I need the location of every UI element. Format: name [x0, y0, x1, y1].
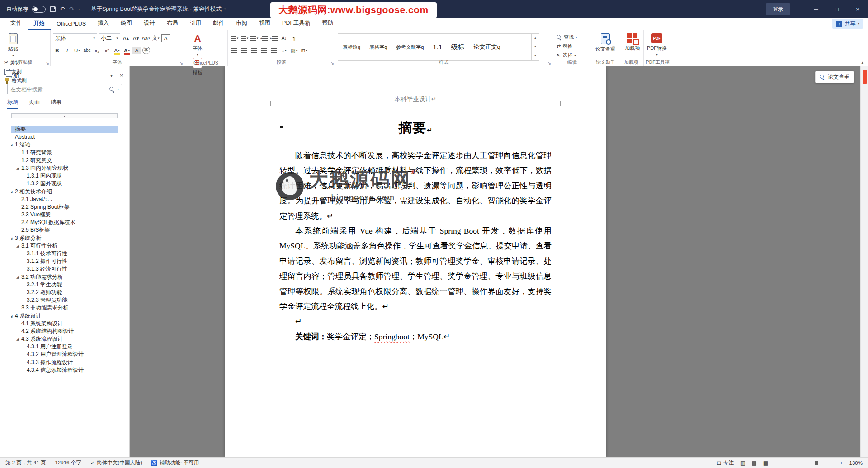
italic-button[interactable]: I: [63, 46, 71, 55]
nav-outline-item[interactable]: 摘要: [11, 126, 118, 133]
nav-outline-item[interactable]: 4.2 系统结构构图设计: [11, 328, 118, 335]
style-item[interactable]: 表格字q: [365, 34, 392, 60]
focus-mode-button[interactable]: ⊡ 专注: [717, 459, 734, 466]
ribbon-tab-绘图[interactable]: 绘图: [115, 19, 138, 30]
redo-icon[interactable]: ↷: [69, 6, 75, 12]
line-spacing-button[interactable]: ↕ ▾: [280, 46, 288, 55]
accessibility-status[interactable]: ♿ 辅助功能: 不可用: [151, 459, 199, 466]
ribbon-tab-帮助[interactable]: 帮助: [316, 19, 340, 30]
undo-icon[interactable]: ↶: [60, 6, 65, 12]
officeplus-font-button[interactable]: A 字体 ▾: [187, 32, 208, 56]
ribbon-tab-视图[interactable]: 视图: [253, 19, 276, 30]
nav-outline-item[interactable]: 3.3 非功能需求分析: [11, 304, 118, 312]
justify-button[interactable]: [260, 46, 269, 55]
increase-indent-button[interactable]: ▸: [270, 34, 278, 43]
numbered-list-button[interactable]: ▾: [240, 34, 249, 43]
language-indicator[interactable]: ✓ 简体中文(中国大陆): [90, 459, 142, 466]
read-mode-button[interactable]: ▥: [740, 460, 745, 466]
nav-outline-item[interactable]: 3.2.1 学生功能: [11, 281, 118, 289]
nav-outline-item[interactable]: 3.1.2 操作可行性: [11, 257, 118, 265]
nav-outline-item[interactable]: 2.1 Java语言: [11, 196, 118, 203]
ribbon-tab-引用[interactable]: 引用: [184, 19, 207, 30]
style-item[interactable]: 1.1 二级标: [428, 34, 469, 60]
nav-outline-item[interactable]: 4.1 系统架构设计: [11, 320, 118, 328]
nav-outline-item[interactable]: 2.2 Spring Boot框架: [11, 203, 118, 211]
ribbon-tab-插入[interactable]: 插入: [92, 19, 115, 30]
ribbon-tab-邮件[interactable]: 邮件: [207, 19, 230, 30]
ribbon-tab-文件[interactable]: 文件: [5, 19, 28, 30]
superscript-button[interactable]: x²: [103, 46, 111, 55]
nav-jump-to-top[interactable]: ▴: [11, 113, 118, 118]
nav-outline-item[interactable]: 4.3.3 操作流程设计: [11, 359, 118, 366]
thesis-check-floating-button[interactable]: 论文查重: [815, 71, 854, 83]
underline-button[interactable]: U ▾: [73, 46, 81, 55]
nav-search-box[interactable]: ▾: [7, 84, 122, 94]
sort-button[interactable]: A↓: [280, 34, 288, 43]
zoom-in-button[interactable]: +: [840, 460, 843, 466]
save-icon[interactable]: [50, 6, 56, 12]
font-size-combo[interactable]: 小二 ▾: [99, 33, 120, 43]
character-border-button[interactable]: A: [161, 34, 170, 42]
grow-font-button[interactable]: A▴: [122, 34, 130, 43]
copy-button[interactable]: 复制: [2, 67, 28, 76]
expand-triangle-icon[interactable]: ◢: [16, 273, 19, 281]
nav-tab-页面[interactable]: 页面: [29, 98, 40, 109]
nav-outline-item[interactable]: 4.3.1 用户注册登录: [11, 343, 118, 351]
nav-outline-item[interactable]: 4.3.4 信息添加流程设计: [11, 366, 118, 374]
addins-button[interactable]: 加载项: [622, 32, 643, 51]
nav-outline-item[interactable]: Abstract: [11, 133, 118, 141]
zoom-percentage[interactable]: 130%: [849, 460, 863, 466]
zoom-slider-thumb[interactable]: [815, 461, 818, 465]
character-shading-button[interactable]: A: [132, 47, 141, 54]
nav-outline-item[interactable]: ◢4 系统设计: [11, 312, 118, 320]
style-item[interactable]: 表标题q: [338, 34, 365, 60]
close-button[interactable]: ×: [847, 0, 868, 18]
page-indicator[interactable]: 第 2 页，共 41 页: [5, 459, 46, 466]
styles-scroll-down-icon[interactable]: ▾: [532, 42, 539, 51]
ribbon-tab-审阅[interactable]: 审阅: [230, 19, 253, 30]
enclose-characters-button[interactable]: 字: [142, 47, 150, 54]
nav-outline-item[interactable]: ◢2 相关技术介绍: [11, 188, 118, 196]
clipboard-dialog-launcher-icon[interactable]: ↘: [46, 61, 49, 66]
expand-triangle-icon[interactable]: ◢: [11, 234, 12, 242]
replace-button[interactable]: ⇄ 替换: [555, 42, 579, 51]
change-case-button[interactable]: Aa ▾: [142, 34, 150, 43]
nav-outline-item[interactable]: 1.3.1 国内现状: [11, 172, 118, 180]
ribbon-tab-OfficePLUS[interactable]: OfficePLUS: [51, 21, 92, 30]
show-paragraph-marks-button[interactable]: ¶: [290, 34, 298, 43]
styles-scroll-up-icon[interactable]: ▴: [532, 34, 539, 42]
document-page[interactable]: 本科毕业设计↵ 摘要↵ 随着信息技术的不断发展，高校奖学金评定逐步由人工管理向信…: [225, 66, 606, 457]
zoom-slider[interactable]: [784, 463, 834, 463]
nav-outline-item[interactable]: ◢3 系统分析: [11, 234, 118, 242]
title-dropdown-icon[interactable]: ▾: [224, 7, 226, 11]
nav-outline-item[interactable]: 3.2.3 管理员功能: [11, 296, 118, 304]
format-painter-button[interactable]: 格式刷: [2, 76, 28, 85]
ribbon-tab-布局[interactable]: 布局: [161, 19, 184, 30]
text-highlight-button[interactable]: A ▾: [113, 46, 121, 55]
expand-triangle-icon[interactable]: ◢: [11, 141, 12, 149]
nav-outline-item[interactable]: 2.5 B/S框架: [11, 226, 118, 234]
strikethrough-button[interactable]: abc: [83, 46, 91, 55]
document-canvas[interactable]: 本科毕业设计↵ 摘要↵ 随着信息技术的不断发展，高校奖学金评定逐步由人工管理向信…: [130, 66, 860, 457]
nav-outline-item[interactable]: 1.2 研究意义: [11, 157, 118, 164]
nav-outline-item[interactable]: 4.3.2 用户管理流程设计: [11, 351, 118, 358]
multilevel-list-button[interactable]: ▾: [250, 34, 259, 43]
ribbon-tab-设计[interactable]: 设计: [138, 19, 161, 30]
paste-button[interactable]: 粘贴 ▾: [2, 32, 24, 57]
nav-outline-item[interactable]: 1.1 研究背景: [11, 149, 118, 157]
nav-tab-结果[interactable]: 结果: [51, 98, 61, 109]
align-center-button[interactable]: [240, 46, 249, 55]
decrease-indent-button[interactable]: ◂: [260, 34, 269, 43]
thesis-check-button[interactable]: 论文查重: [594, 32, 616, 52]
nav-outline-item[interactable]: 3.2.2 教师功能: [11, 289, 118, 296]
align-right-button[interactable]: [250, 46, 259, 55]
qat-customize-icon[interactable]: ▾: [78, 8, 80, 11]
maximize-button[interactable]: □: [826, 0, 847, 18]
style-item[interactable]: 论文正文q: [469, 34, 505, 60]
nav-outline-item[interactable]: 3.1.1 技术可行性: [11, 250, 118, 257]
nav-outline-item[interactable]: 1.3.2 国外现状: [11, 180, 118, 187]
document-body[interactable]: 随着信息技术的不断发展，高校奖学金评定逐步由人工管理向信息化管理转型。过去奖学金…: [279, 148, 552, 344]
distribute-button[interactable]: [270, 46, 278, 55]
expand-triangle-icon[interactable]: ◢: [11, 312, 12, 320]
pdf-convert-button[interactable]: PDF PDF转换 ▾: [646, 32, 668, 56]
